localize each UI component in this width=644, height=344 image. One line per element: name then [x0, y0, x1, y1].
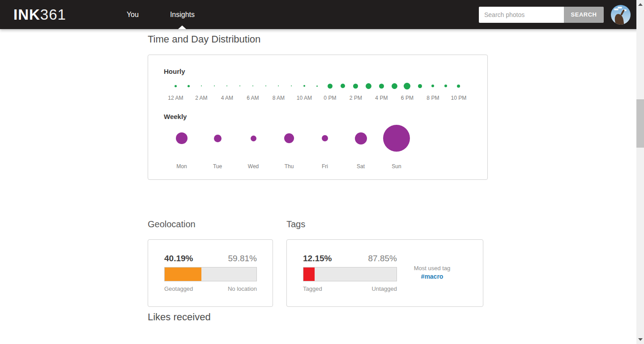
active-tab-caret-icon — [178, 25, 186, 29]
hourly-dot — [328, 84, 333, 89]
avatar-person-silhouette — [614, 13, 624, 24]
hourly-dot — [457, 85, 460, 88]
time-day-distribution-title: Time and Day Distribution — [148, 34, 488, 45]
geolocation-percent-row: 40.19% 59.81% — [164, 254, 257, 263]
weekly-day-label: Sat — [343, 163, 379, 170]
logo-bold: INK — [13, 6, 40, 23]
tags-percent-row: 12.15% 87.85% — [303, 254, 397, 263]
weekly-dot-cell — [271, 121, 307, 155]
search-button[interactable]: SEARCH — [564, 7, 604, 23]
tags-bar-block: 12.15% 87.85% Tagged Untagged — [303, 254, 397, 292]
avatar-person-arm — [620, 9, 625, 15]
weekly-day-label: Sun — [379, 163, 414, 170]
scrollbar-down-arrow-icon[interactable] — [638, 338, 643, 341]
weekly-day-label: Tue — [200, 163, 235, 170]
hourly-dot — [366, 83, 371, 89]
geolocation-bar-track — [164, 267, 257, 281]
weekly-dot — [284, 133, 294, 143]
tags-card: 12.15% 87.85% Tagged Untagged Most used … — [286, 239, 483, 307]
weekly-dot-cell — [200, 121, 235, 155]
hourly-tick-label: 10 PM — [451, 95, 467, 101]
hourly-dot — [239, 85, 240, 86]
search-input[interactable] — [479, 7, 564, 23]
hourly-dot — [252, 85, 253, 86]
no-location-label: No location — [228, 285, 257, 292]
ink361-logo[interactable]: INK361 — [13, 6, 66, 23]
weekly-day-label: Fri — [307, 163, 343, 170]
hourly-dot — [278, 85, 279, 86]
hourly-tick-label: 4 PM — [375, 95, 388, 101]
geolocation-bar-fill — [165, 268, 201, 281]
hourly-dot — [291, 85, 292, 86]
no-location-percent: 59.81% — [228, 254, 257, 263]
weekly-dot — [251, 136, 256, 141]
geolocation-card: 40.19% 59.81% Geotagged No location — [148, 239, 273, 307]
untagged-label: Untagged — [372, 285, 397, 292]
hourly-tick-label: 8 AM — [273, 95, 285, 101]
top-navbar: INK361 You Insights SEARCH — [0, 0, 644, 29]
weekly-chart-title: Weekly — [164, 113, 472, 120]
weekly-dot-cell — [379, 121, 414, 155]
tags-column: Tags 12.15% 87.85% Tagged Untagged — [286, 219, 483, 307]
hourly-tick-label: 2 AM — [195, 95, 207, 101]
scrollbar-thumb[interactable] — [636, 99, 644, 148]
weekly-dot — [176, 132, 188, 144]
weekly-dot — [383, 125, 410, 152]
geolocation-column: Geolocation 40.19% 59.81% Geotagged No l… — [148, 219, 273, 307]
weekly-dot — [355, 132, 367, 144]
geolocation-title: Geolocation — [148, 219, 273, 229]
hourly-dot — [201, 85, 202, 86]
hourly-tick-label: 0 PM — [324, 95, 336, 101]
weekly-labels: MonTueWedThuFriSatSun — [164, 163, 414, 170]
untagged-percent: 87.85% — [368, 254, 397, 263]
weekly-dots — [164, 121, 414, 155]
weekly-day-label: Mon — [164, 163, 200, 170]
hourly-dot — [316, 85, 318, 87]
geotagged-label: Geotagged — [164, 285, 193, 292]
most-used-tag-block: Most used tag #macro — [397, 254, 467, 281]
hourly-dot — [214, 85, 215, 86]
geolocation-bar-labels: Geotagged No location — [164, 285, 257, 292]
weekly-dot-cell — [343, 121, 379, 155]
nav-item-insights-label: Insights — [170, 11, 195, 19]
hourly-tick-label: 6 PM — [401, 95, 414, 101]
hourly-dot — [392, 83, 397, 89]
hourly-dot — [404, 83, 410, 89]
hourly-dot — [188, 85, 190, 87]
weekly-dot-cell — [164, 121, 200, 155]
hourly-dot — [418, 84, 422, 88]
weekly-dot-cell — [235, 121, 271, 155]
most-used-tag-value[interactable]: #macro — [397, 272, 467, 281]
hourly-dot — [341, 84, 345, 88]
hourly-tick-label: 2 PM — [350, 95, 362, 101]
most-used-tag-label: Most used tag — [397, 264, 467, 272]
navbar-right: SEARCH — [479, 5, 631, 25]
main-nav: You Insights — [126, 0, 225, 29]
hourly-dot — [431, 85, 434, 87]
avatar-cloud-decoration — [614, 8, 618, 10]
weekly-day-label: Wed — [235, 163, 271, 170]
tagged-label: Tagged — [303, 285, 322, 292]
tagged-percent: 12.15% — [303, 254, 332, 263]
stats-row: Geolocation 40.19% 59.81% Geotagged No l… — [148, 219, 488, 307]
scrollbar-up-arrow-icon[interactable] — [638, 3, 643, 6]
user-avatar[interactable] — [611, 5, 631, 25]
main-content: Time and Day Distribution Hourly 12 AM2 … — [148, 34, 488, 323]
hourly-tick-label: 4 AM — [221, 95, 233, 101]
nav-item-you[interactable]: You — [126, 0, 140, 29]
hourly-tick-label: 12 AM — [168, 95, 183, 101]
geotagged-percent: 40.19% — [164, 254, 193, 263]
weekly-dot — [322, 135, 328, 141]
tags-bar-track — [303, 267, 397, 281]
hourly-dot — [226, 85, 227, 86]
tags-bar-fill — [303, 268, 315, 281]
hourly-dot — [265, 85, 266, 86]
weekly-day-label: Thu — [271, 163, 307, 170]
hourly-dot — [353, 84, 358, 89]
nav-item-insights[interactable]: Insights — [169, 0, 196, 29]
hourly-dots — [169, 77, 478, 95]
logo-light: 361 — [40, 6, 66, 23]
hourly-tick-label: 8 PM — [426, 95, 439, 101]
hourly-tick-label: 10 AM — [297, 95, 312, 101]
hourly-dot — [303, 85, 305, 87]
